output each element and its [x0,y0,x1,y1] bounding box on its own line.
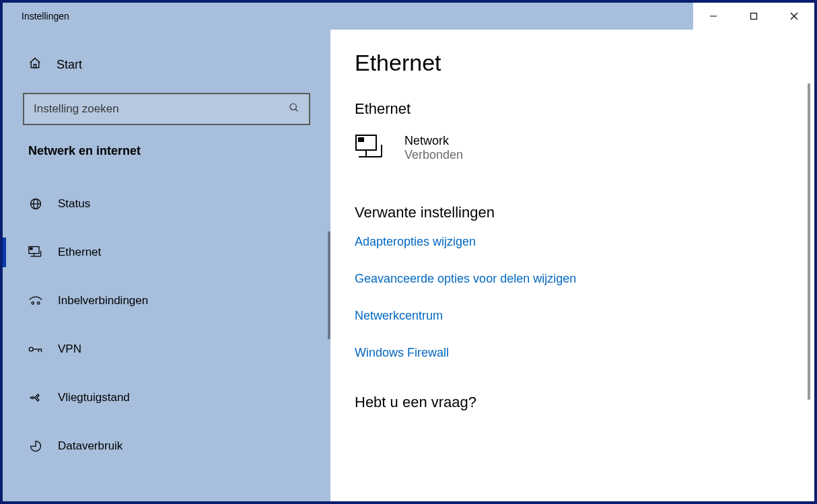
link-advanced-sharing[interactable]: Geavanceerde opties voor delen wijzigen [355,272,814,286]
ethernet-icon [28,246,43,259]
category-heading: Netwerk en internet [3,144,330,158]
sidebar-item-label: Inbelverbindingen [58,294,148,308]
link-adapter-options[interactable]: Adapteropties wijzigen [355,235,814,249]
network-name: Network [404,134,463,148]
sidebar-item-datausage[interactable]: Dataverbruik [3,422,330,470]
sidebar-item-vpn[interactable]: VPN [3,325,330,373]
sidebar: Start Netwerk en internet Status [3,30,330,501]
start-label: Start [57,58,82,72]
sidebar-item-label: Status [58,197,90,211]
content: Start Netwerk en internet Status [3,30,814,501]
home-icon [28,57,42,73]
sidebar-item-airplane[interactable]: Vliegtuigstand [3,373,330,422]
network-status: Verbonden [404,148,463,162]
dialup-icon [28,295,43,307]
search-input[interactable] [34,102,289,116]
related-settings-heading: Verwante instellingen [355,204,814,221]
svg-line-6 [295,109,297,111]
globe-icon [28,197,43,211]
close-icon [790,12,798,20]
svg-rect-4 [34,65,36,68]
svg-rect-1 [751,13,757,20]
start-button[interactable]: Start [3,50,330,79]
search-box[interactable] [23,93,310,125]
svg-point-5 [290,104,296,110]
main-panel: Ethernet Ethernet Network Verbonden Verw… [330,30,814,501]
help-heading: Hebt u een vraag? [355,394,814,411]
titlebar: Instellingen [3,3,814,30]
minimize-button[interactable] [693,3,734,30]
svg-rect-11 [30,248,32,250]
link-network-center[interactable]: Netwerkcentrum [355,309,814,323]
svg-rect-22 [359,138,363,141]
network-icon [355,134,384,164]
sidebar-item-dialup[interactable]: Inbelverbindingen [3,277,330,325]
main-scrollbar[interactable] [808,83,810,400]
page-title: Ethernet [355,50,814,76]
maximize-icon [750,12,758,20]
vpn-icon [28,344,43,355]
airplane-icon [28,391,43,404]
link-windows-firewall[interactable]: Windows Firewall [355,346,814,360]
minimize-icon [709,12,717,20]
network-item[interactable]: Network Verbonden [355,134,814,164]
data-usage-icon [28,439,43,453]
nav-list: Status Ethernet Inbelverbindingen [3,180,330,470]
settings-window: Instellingen Start [3,3,814,501]
maximize-button[interactable] [734,3,774,30]
sidebar-item-label: Ethernet [58,246,101,259]
sidebar-item-label: Vliegtuigstand [58,391,130,404]
sidebar-item-label: Dataverbruik [58,439,122,453]
svg-point-17 [29,347,33,351]
window-controls [693,3,814,30]
svg-point-16 [38,302,40,304]
search-icon [289,102,299,116]
network-info: Network Verbonden [404,134,463,162]
sidebar-item-ethernet[interactable]: Ethernet [3,228,330,277]
section-heading: Ethernet [355,100,814,118]
close-button[interactable] [774,3,814,30]
svg-point-15 [32,302,34,304]
sidebar-item-status[interactable]: Status [3,180,330,228]
related-links: Adapteropties wijzigen Geavanceerde opti… [355,235,814,360]
sidebar-item-label: VPN [58,343,81,356]
window-title: Instellingen [3,11,693,22]
